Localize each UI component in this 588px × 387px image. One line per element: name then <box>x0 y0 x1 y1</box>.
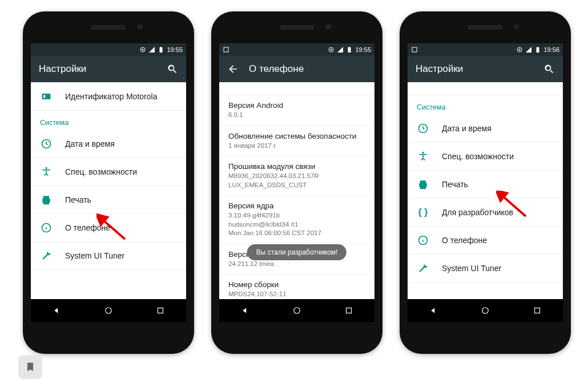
nav-bar <box>219 299 374 322</box>
row-date-time[interactable]: Дата и время <box>31 130 186 158</box>
nav-recent-icon[interactable] <box>344 305 354 316</box>
nav-back-icon[interactable] <box>240 305 250 316</box>
target-icon <box>139 46 146 53</box>
row-android-version[interactable]: Версия Android 6.0.1 <box>219 95 374 126</box>
status-bar: 19:55 <box>31 43 186 56</box>
row-print[interactable]: Печать <box>408 171 563 199</box>
braces-icon: { } <box>417 206 429 219</box>
info-icon <box>40 221 53 234</box>
back-arrow-icon[interactable] <box>227 63 239 75</box>
accessibility-icon <box>417 150 429 163</box>
about-list: Версия Android 6.0.1 Обновление системы … <box>219 82 374 299</box>
section-header-system: Система <box>408 95 563 115</box>
row-about-phone[interactable]: О телефоне <box>31 214 186 242</box>
svg-point-11 <box>331 49 332 51</box>
row-system-ui-tuner[interactable]: System UI Tuner <box>408 255 563 283</box>
svg-rect-13 <box>346 308 351 313</box>
settings-list: Система Дата и время Спец. возможности П… <box>408 82 563 299</box>
row-developer-options[interactable]: { } Для разработчиков <box>408 199 563 227</box>
signal-icon <box>148 46 155 53</box>
accessibility-icon <box>40 166 53 178</box>
battery-icon <box>346 46 353 53</box>
row-label: System UI Tuner <box>65 251 124 260</box>
row-build-number[interactable]: Номер сборки MPDS24.107-52-11 <box>219 275 374 299</box>
row-label: System UI Tuner <box>442 264 501 273</box>
row-kernel[interactable]: Версия ядра 3.10.49-g4f4291b hudsoncm@il… <box>219 196 374 244</box>
row-label: Печать <box>442 180 468 189</box>
svg-rect-2 <box>42 94 51 99</box>
svg-point-12 <box>294 308 300 314</box>
app-bar: О телефоне <box>219 56 374 82</box>
row-security-update[interactable]: Обновление системы безопасности 1 января… <box>219 126 374 157</box>
clock-icon <box>40 138 53 150</box>
target-icon <box>516 46 523 53</box>
row-system-ui-tuner[interactable]: System UI Tuner <box>31 242 186 270</box>
section-header-system: Система <box>31 111 186 130</box>
row-title: Обновление системы безопасности <box>228 132 365 140</box>
row-accessibility[interactable]: Спец. возможности <box>408 143 563 171</box>
id-card-icon <box>40 90 53 103</box>
search-icon[interactable] <box>167 63 178 75</box>
svg-rect-8 <box>158 308 163 313</box>
app-title: Настройки <box>416 63 463 75</box>
row-label: О телефоне <box>65 223 110 232</box>
phone-mockup-2: 19:55 О телефоне Версия Android 6.0.1 Об… <box>211 11 382 354</box>
search-icon[interactable] <box>543 63 555 75</box>
row-date-time[interactable]: Дата и время <box>408 115 563 143</box>
row-about-phone[interactable]: О телефоне <box>408 227 563 255</box>
svg-rect-3 <box>43 95 45 98</box>
row-title: Прошивка модуля связи <box>228 162 365 171</box>
screenshot-icon <box>411 46 418 53</box>
partial-row-top <box>219 82 374 95</box>
wrench-icon <box>417 262 429 275</box>
svg-point-18 <box>422 152 424 154</box>
nav-home-icon[interactable] <box>103 305 114 316</box>
nav-home-icon[interactable] <box>480 305 490 316</box>
bookmark-badge[interactable] <box>18 355 42 379</box>
svg-rect-21 <box>534 308 539 313</box>
nav-back-icon[interactable] <box>51 305 62 316</box>
svg-point-16 <box>519 49 521 51</box>
nav-back-icon[interactable] <box>428 305 438 316</box>
app-title: Настройки <box>39 63 86 75</box>
row-label: Дата и время <box>65 139 115 148</box>
nav-bar <box>31 299 186 322</box>
bookmark-icon <box>25 361 36 373</box>
nav-home-icon[interactable] <box>292 305 302 316</box>
row-motorola-id[interactable]: Идентификатор Motorola <box>31 82 186 111</box>
svg-point-20 <box>482 308 489 314</box>
row-title: Версия ядра <box>228 201 365 210</box>
info-icon <box>417 234 429 247</box>
status-time: 19:55 <box>167 46 183 53</box>
app-title: О телефоне <box>249 63 304 75</box>
screen-2: 19:55 О телефоне Версия Android 6.0.1 Об… <box>219 43 374 322</box>
phone-mockup-1: 19:55 Настройки Идентификатор Motorola С… <box>23 11 194 354</box>
status-bar: 19:56 <box>408 43 563 56</box>
row-sub: M8936_2020632.44.03.21.57R LUX_EMEA_DSDS… <box>228 172 365 190</box>
screen-3: 19:56 Настройки Система Дата и время Спе… <box>408 43 563 322</box>
partial-row-top <box>408 82 563 95</box>
clock-icon <box>417 122 429 135</box>
nav-bar <box>408 299 563 322</box>
status-time: 19:55 <box>355 46 371 53</box>
row-label: Для разработчиков <box>442 208 513 217</box>
settings-list: Идентификатор Motorola Система Дата и вр… <box>31 82 186 299</box>
row-title: Версия Android <box>228 101 365 110</box>
screen-1: 19:55 Настройки Идентификатор Motorola С… <box>31 43 186 322</box>
row-print[interactable]: Печать <box>31 186 186 214</box>
nav-recent-icon[interactable] <box>532 305 542 316</box>
svg-point-1 <box>142 49 144 51</box>
row-sub: MPDS24.107-52-11 <box>228 290 365 299</box>
svg-point-7 <box>106 308 112 314</box>
svg-rect-9 <box>224 47 228 52</box>
row-accessibility[interactable]: Спец. возможности <box>31 158 186 186</box>
row-label: Спец. возможности <box>442 152 514 161</box>
row-sub: 6.0.1 <box>228 111 365 120</box>
row-label: Печать <box>65 195 91 204</box>
row-baseband[interactable]: Прошивка модуля связи M8936_2020632.44.0… <box>219 156 374 196</box>
row-sub: 1 января 2017 г. <box>228 142 365 151</box>
target-icon <box>328 46 335 53</box>
nav-recent-icon[interactable] <box>155 305 166 316</box>
app-bar: Настройки <box>408 56 563 82</box>
phone-mockup-3: 19:56 Настройки Система Дата и время Спе… <box>400 11 571 354</box>
